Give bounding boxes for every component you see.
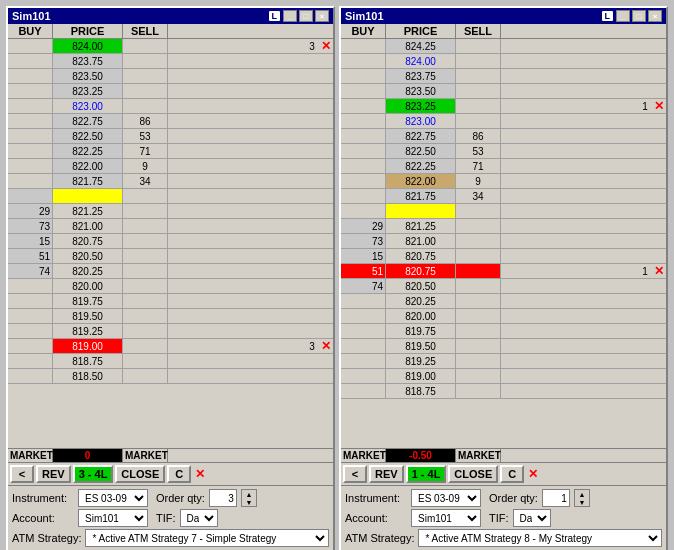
less-button[interactable]: < [343,465,367,483]
close-button[interactable]: CLOSE [448,465,498,483]
maximize-button[interactable]: □ [299,10,313,22]
window-title: Sim101 [345,10,384,22]
buy-cell [341,339,386,353]
close-window-button[interactable]: × [315,10,329,22]
order-qty-input[interactable] [209,489,237,507]
cancel-order-button[interactable]: ✕ [319,39,333,53]
header-price: PRICE [53,24,123,38]
market-price: -0.50 [386,449,456,462]
rev-button[interactable]: REV [36,465,71,483]
tif-label: TIF: [156,512,176,524]
price-cell: 822.50 [386,144,456,158]
cancel-all-button[interactable]: ✕ [193,467,207,481]
rev-button[interactable]: REV [369,465,404,483]
atm-row: ATM Strategy: * Active ATM Strategy 8 - … [345,529,662,547]
table-row: 823.50 [8,69,333,84]
price-cell: 820.25 [386,294,456,308]
buy-cell [8,369,53,383]
table-row: (80) 821.50 [8,189,333,204]
table-row: 822.009 [341,174,666,189]
buy-cell [8,99,53,113]
price-cell: 819.00 [53,339,123,353]
order-qty-label: Order qty: [489,492,538,504]
table-row: 819.25 [8,324,333,339]
price-cell: 818.75 [53,354,123,368]
panel-2: Sim101 L _ □ × BUYPRICESELL824.25824.008… [339,6,668,550]
position-button[interactable]: 3 - 4L [73,465,114,483]
buy-cell [341,174,386,188]
less-button[interactable]: < [10,465,34,483]
sell-cell [123,309,168,323]
order-qty-input[interactable] [542,489,570,507]
buy-cell [8,354,53,368]
account-select[interactable]: Sim101 [411,509,481,527]
price-cell: 821.00 [53,219,123,233]
buy-cell [8,144,53,158]
action-buttons: <REV3 - 4LCLOSEC✕ [8,462,333,485]
buy-cell [8,84,53,98]
atm-label: ATM Strategy: [12,532,81,544]
order-qty-spinner[interactable]: ▲ ▼ [241,489,257,507]
c-button[interactable]: C [500,465,524,483]
price-cell: 822.75 [53,114,123,128]
market-buy-label[interactable]: MARKET [8,449,53,462]
l-button[interactable]: L [268,10,282,22]
sell-cell [456,309,501,323]
buy-cell [8,189,53,203]
l-button[interactable]: L [601,10,615,22]
header-buy: BUY [341,24,386,38]
instrument-row: Instrument: ES 03-09 Order qty: ▲ ▼ [12,489,329,507]
qty-up-button[interactable]: ▲ [575,490,589,498]
table-row: 15820.75 [8,234,333,249]
buy-cell [341,324,386,338]
buy-cell [8,129,53,143]
sell-cell [123,204,168,218]
close-button[interactable]: CLOSE [115,465,165,483]
table-row: 818.50 [8,369,333,384]
table-row: 820.00 [341,309,666,324]
tif-select[interactable]: Day [180,509,218,527]
cancel-order-button[interactable]: ✕ [652,99,666,113]
buy-cell [341,369,386,383]
order-badge: 3 [305,41,319,52]
sell-cell: 71 [123,144,168,158]
atm-select[interactable]: * Active ATM Strategy 7 - Simple Strateg… [85,529,329,547]
qty-down-button[interactable]: ▼ [575,498,589,506]
cancel-order-button[interactable]: ✕ [319,339,333,353]
cancel-all-button[interactable]: ✕ [526,467,540,481]
sell-cell [456,234,501,248]
table-row: 73821.00 [341,234,666,249]
close-window-button[interactable]: × [648,10,662,22]
c-button[interactable]: C [167,465,191,483]
sell-cell: 34 [123,174,168,188]
order-qty-label: Order qty: [156,492,205,504]
price-cell: (80) 821.50 [53,189,123,203]
order-badge: 3 [305,341,319,352]
account-select[interactable]: Sim101 [78,509,148,527]
order-qty-spinner[interactable]: ▲ ▼ [574,489,590,507]
buy-cell [341,309,386,323]
tif-select[interactable]: Day [513,509,551,527]
table-row: 822.7586 [341,129,666,144]
table-row: 819.75 [8,294,333,309]
buy-cell [341,384,386,398]
market-buy-label[interactable]: MARKET [341,449,386,462]
header-buy: BUY [8,24,53,38]
cancel-order-button[interactable]: ✕ [652,264,666,278]
minimize-button[interactable]: _ [283,10,297,22]
price-cell: 823.75 [53,54,123,68]
price-cell: 821.25 [386,219,456,233]
header-price: PRICE [386,24,456,38]
instrument-select[interactable]: ES 03-09 [78,489,148,507]
atm-select[interactable]: * Active ATM Strategy 8 - My Strategy [418,529,662,547]
position-button[interactable]: 1 - 4L [406,465,447,483]
qty-up-button[interactable]: ▲ [242,490,256,498]
price-cell: 820.00 [53,279,123,293]
market-sell-label[interactable]: MARKET [123,449,168,462]
minimize-button[interactable]: _ [616,10,630,22]
maximize-button[interactable]: □ [632,10,646,22]
qty-down-button[interactable]: ▼ [242,498,256,506]
market-sell-label[interactable]: MARKET [456,449,501,462]
atm-row: ATM Strategy: * Active ATM Strategy 7 - … [12,529,329,547]
instrument-select[interactable]: ES 03-09 [411,489,481,507]
